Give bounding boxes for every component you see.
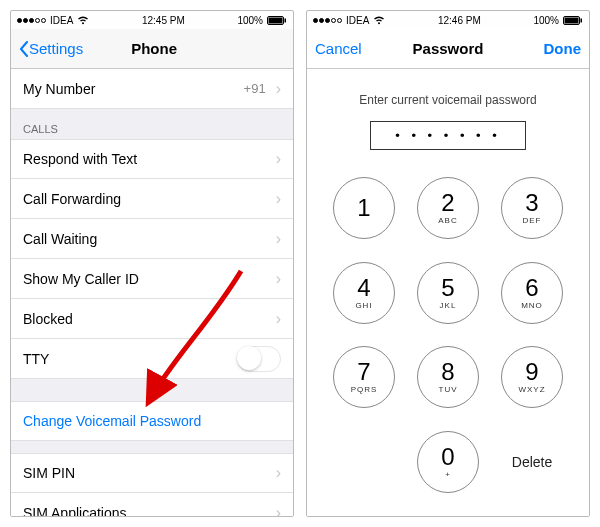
back-button[interactable]: Settings [19, 40, 83, 57]
keypad-key-0[interactable]: 0+ [417, 431, 479, 493]
chevron-right-icon: › [276, 80, 281, 98]
keypad-key-4[interactable]: 4GHI [333, 262, 395, 324]
svg-rect-2 [284, 18, 286, 22]
carrier-label: IDEA [50, 15, 73, 26]
row-label: Change Voicemail Password [23, 413, 281, 429]
status-bar: IDEA 12:45 PM 100% [11, 11, 293, 29]
battery-pct: 100% [533, 15, 559, 26]
row-label: SIM Applications [23, 505, 276, 517]
row-label: Blocked [23, 311, 276, 327]
row-label: TTY [23, 351, 237, 367]
row-label: Call Waiting [23, 231, 276, 247]
row-blocked[interactable]: Blocked › [11, 299, 293, 339]
done-button[interactable]: Done [521, 40, 581, 57]
settings-list: My Number +91 › CALLS Respond with Text … [11, 69, 293, 516]
row-label: SIM PIN [23, 465, 276, 481]
row-tty: TTY [11, 339, 293, 379]
keypad-key-2[interactable]: 2ABC [417, 177, 479, 239]
row-call-waiting[interactable]: Call Waiting › [11, 219, 293, 259]
chevron-right-icon: › [276, 310, 281, 328]
status-bar: IDEA 12:46 PM 100% [307, 11, 589, 29]
signal-icon [17, 18, 46, 23]
section-header-calls: CALLS [11, 109, 293, 139]
nav-title: Phone [131, 40, 177, 57]
keypad-key-9[interactable]: 9WXYZ [501, 346, 563, 408]
tty-toggle[interactable] [237, 346, 281, 372]
battery-icon [563, 16, 583, 25]
nav-bar: Cancel Password Done [307, 29, 589, 69]
row-change-voicemail-password[interactable]: Change Voicemail Password [11, 401, 293, 441]
chevron-right-icon: › [276, 270, 281, 288]
row-call-forwarding[interactable]: Call Forwarding › [11, 179, 293, 219]
nav-title: Password [413, 40, 484, 57]
row-respond-with-text[interactable]: Respond with Text › [11, 139, 293, 179]
cancel-button[interactable]: Cancel [315, 40, 375, 57]
password-body: Enter current voicemail password • • • •… [307, 69, 589, 516]
keypad-spacer [333, 431, 395, 493]
svg-rect-5 [580, 18, 582, 22]
chevron-right-icon: › [276, 464, 281, 482]
row-sim-applications[interactable]: SIM Applications › [11, 493, 293, 516]
password-field[interactable]: • • • • • • • [370, 121, 526, 150]
numeric-keypad: 1 2ABC 3DEF 4GHI 5JKL 6MNO 7PQRS 8TUV 9W… [307, 150, 589, 516]
keypad-key-7[interactable]: 7PQRS [333, 346, 395, 408]
chevron-right-icon: › [276, 504, 281, 517]
phone-password-screen: IDEA 12:46 PM 100% Cancel Password Done … [306, 10, 590, 517]
svg-rect-4 [564, 17, 578, 23]
battery-pct: 100% [237, 15, 263, 26]
status-time: 12:46 PM [438, 15, 481, 26]
carrier-label: IDEA [346, 15, 369, 26]
battery-icon [267, 16, 287, 25]
row-my-number[interactable]: My Number +91 › [11, 69, 293, 109]
chevron-right-icon: › [276, 190, 281, 208]
keypad-delete-button[interactable]: Delete [501, 454, 563, 470]
phone-settings-screen: IDEA 12:45 PM 100% Settings Phone [10, 10, 294, 517]
keypad-key-3[interactable]: 3DEF [501, 177, 563, 239]
keypad-key-6[interactable]: 6MNO [501, 262, 563, 324]
nav-bar: Settings Phone [11, 29, 293, 69]
row-label: Respond with Text [23, 151, 276, 167]
row-label: Call Forwarding [23, 191, 276, 207]
wifi-icon [77, 16, 89, 25]
keypad-key-1[interactable]: 1 [333, 177, 395, 239]
chevron-left-icon [19, 41, 29, 57]
signal-icon [313, 18, 342, 23]
row-label: Show My Caller ID [23, 271, 276, 287]
row-sim-pin[interactable]: SIM PIN › [11, 453, 293, 493]
svg-rect-1 [268, 17, 282, 23]
password-prompt: Enter current voicemail password [307, 93, 589, 107]
chevron-right-icon: › [276, 150, 281, 168]
keypad-key-5[interactable]: 5JKL [417, 262, 479, 324]
status-time: 12:45 PM [142, 15, 185, 26]
row-label: My Number [23, 81, 244, 97]
wifi-icon [373, 16, 385, 25]
row-show-caller-id[interactable]: Show My Caller ID › [11, 259, 293, 299]
back-label: Settings [29, 40, 83, 57]
keypad-key-8[interactable]: 8TUV [417, 346, 479, 408]
chevron-right-icon: › [276, 230, 281, 248]
row-value: +91 [244, 81, 266, 96]
